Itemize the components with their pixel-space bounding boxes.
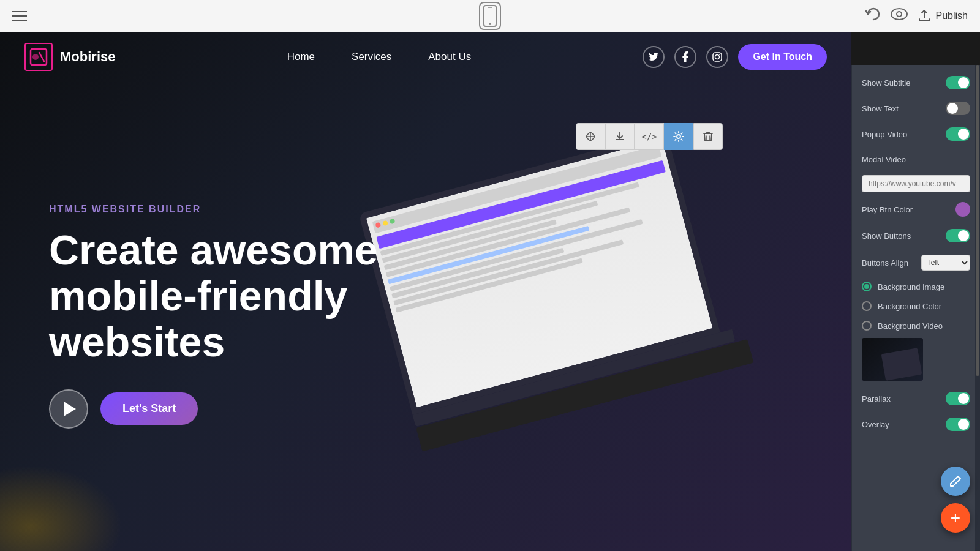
play-btn-color-label: Play Btn Color — [862, 205, 913, 214]
svg-point-10 — [677, 135, 680, 138]
settings-scrollbar-thumb — [976, 65, 979, 376]
website-preview: Mobirise Home Services About Us — [0, 32, 851, 551]
svg-point-4 — [897, 12, 902, 17]
popup-video-toggle[interactable] — [946, 127, 970, 141]
buttons-align-select[interactable]: left center right — [921, 255, 970, 271]
publish-button[interactable]: Publish — [918, 9, 968, 23]
show-buttons-label: Show Buttons — [862, 231, 911, 241]
instagram-icon[interactable] — [706, 46, 728, 68]
parallax-toggle[interactable] — [946, 392, 970, 405]
parallax-row: Parallax — [852, 386, 980, 411]
svg-point-1 — [489, 23, 491, 25]
bg-image-thumbnail[interactable] — [862, 338, 923, 381]
phone-svg-icon — [483, 5, 497, 27]
undo-icon — [865, 7, 881, 21]
svg-point-6 — [32, 54, 39, 60]
play-video-button[interactable] — [49, 389, 88, 429]
overlay-row: Overlay — [852, 411, 980, 437]
hero-title-line2: mobile-friendly websites — [49, 272, 347, 365]
bg-video-radio[interactable] — [862, 321, 872, 331]
section-move-button[interactable] — [576, 123, 605, 150]
bg-image-label: Background Image — [878, 282, 944, 291]
hero-title-line1: Create awesome — [49, 227, 378, 273]
mobile-preview-button[interactable] — [479, 2, 501, 30]
modal-video-row: Modal Video — [852, 147, 980, 171]
plus-icon: + — [951, 509, 960, 527]
settings-icon — [673, 131, 684, 142]
eye-icon — [891, 8, 908, 20]
code-icon: </> — [641, 132, 657, 141]
svg-point-3 — [891, 9, 907, 20]
show-text-row: Show Text — [852, 96, 980, 121]
show-subtitle-row: Show Subtitle — [852, 70, 980, 96]
hero-subtitle: HTML5 WEBSITE BUILDER — [49, 204, 417, 215]
top-toolbar: Publish — [0, 0, 980, 32]
buttons-align-row: Buttons Align left center right — [852, 249, 980, 277]
move-icon — [585, 131, 596, 142]
brand: Mobirise — [24, 43, 115, 71]
fab-edit-button[interactable] — [941, 467, 970, 496]
hero-content: HTML5 WEBSITE BUILDER Create awesome mob… — [49, 155, 417, 428]
nav-link-about[interactable]: About Us — [428, 51, 471, 63]
bg-image-row: Background Image — [852, 277, 980, 296]
settings-scrollbar-track — [975, 65, 980, 551]
facebook-icon[interactable] — [674, 46, 696, 68]
overlay-toggle[interactable] — [946, 418, 970, 431]
get-in-touch-button[interactable]: Get In Touch — [738, 44, 827, 70]
show-text-toggle[interactable] — [946, 102, 970, 115]
brand-name: Mobirise — [60, 49, 115, 65]
play-btn-color-swatch[interactable] — [956, 202, 970, 217]
section-settings-button[interactable] — [664, 123, 693, 150]
download-icon — [614, 131, 625, 142]
show-buttons-toggle[interactable] — [946, 229, 970, 242]
hero-section: HTML5 WEBSITE BUILDER Create awesome mob… — [0, 32, 851, 551]
section-code-button[interactable]: </> — [635, 123, 664, 150]
brand-logo-icon — [29, 48, 48, 66]
fab-add-button[interactable]: + — [941, 503, 970, 533]
bg-video-row: Background Video — [852, 316, 980, 335]
show-text-label: Show Text — [862, 104, 899, 113]
section-download-button[interactable] — [605, 123, 635, 150]
section-toolbar: </> — [576, 123, 723, 150]
buttons-align-label: Buttons Align — [862, 258, 908, 268]
bg-image-radio[interactable] — [862, 282, 872, 291]
undo-button[interactable] — [865, 7, 881, 24]
hamburger-menu[interactable] — [12, 11, 27, 21]
show-subtitle-toggle[interactable] — [946, 76, 970, 89]
hero-buttons: Let's Start — [49, 389, 417, 429]
bg-color-row: Background Color — [852, 296, 980, 316]
toolbar-center — [479, 2, 501, 30]
bg-color-label: Background Color — [878, 302, 941, 311]
nav-link-home[interactable]: Home — [287, 51, 315, 63]
play-btn-color-row: Play Btn Color — [852, 196, 980, 223]
instagram-svg — [712, 52, 722, 62]
svg-rect-7 — [713, 53, 722, 61]
trash-icon — [703, 131, 713, 142]
bg-video-label: Background Video — [878, 321, 943, 331]
publish-icon — [918, 9, 931, 23]
publish-label: Publish — [936, 10, 968, 21]
popup-video-row: Popup Video — [852, 121, 980, 147]
hero-title: Create awesome mobile-friendly websites — [49, 227, 417, 364]
nav-actions: Get In Touch — [643, 44, 827, 70]
play-triangle-icon — [64, 402, 76, 416]
bg-color-radio[interactable] — [862, 301, 872, 311]
twitter-icon[interactable] — [643, 46, 665, 68]
toolbar-left — [12, 11, 27, 21]
modal-video-input-row — [852, 171, 980, 196]
nav-bar: Mobirise Home Services About Us — [0, 32, 851, 81]
nav-links: Home Services About Us — [287, 51, 471, 63]
lets-start-button[interactable]: Let's Start — [100, 392, 198, 425]
svg-point-9 — [719, 54, 720, 55]
facebook-svg — [682, 51, 688, 62]
popup-video-label: Popup Video — [862, 130, 907, 139]
pencil-icon — [949, 474, 962, 488]
svg-point-8 — [715, 55, 720, 59]
nav-link-services[interactable]: Services — [352, 51, 391, 63]
overlay-label: Overlay — [862, 420, 889, 429]
toolbar-right: Publish — [865, 7, 968, 24]
show-subtitle-label: Show Subtitle — [862, 78, 911, 88]
section-delete-button[interactable] — [693, 123, 723, 150]
preview-button[interactable] — [891, 8, 908, 24]
modal-video-input[interactable] — [862, 175, 970, 192]
